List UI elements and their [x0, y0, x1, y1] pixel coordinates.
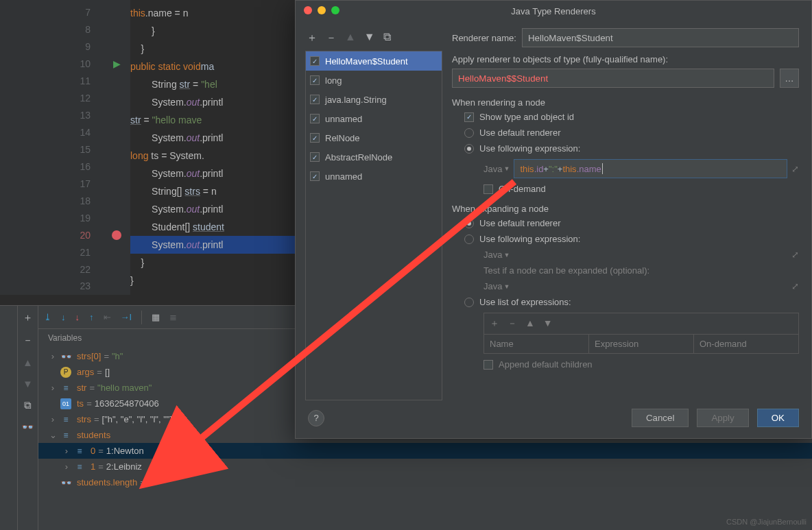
var-value: 1636254870406	[95, 398, 159, 409]
step-into-icon[interactable]: ↓	[61, 312, 66, 322]
expander-icon[interactable]: ›	[48, 383, 58, 393]
use-list-radio[interactable]	[464, 298, 474, 307]
expand-default-label: Use default renderer	[479, 218, 561, 228]
renderer-list-item[interactable]: HelloMaven$Student	[306, 51, 442, 71]
var-value: "h"	[112, 351, 123, 361]
renderer-label: RelNode	[325, 133, 360, 143]
on-demand-checkbox[interactable]	[483, 184, 493, 194]
renderer-checkbox[interactable]	[310, 56, 320, 66]
renderer-list-item[interactable]: unnamed	[306, 109, 442, 128]
window-min-icon[interactable]	[318, 6, 326, 14]
append-children-label: Append default children	[499, 359, 593, 370]
expander-icon[interactable]: ›	[48, 351, 58, 361]
renderer-label: java.lang.String	[325, 95, 387, 105]
renderer-checkbox[interactable]	[310, 133, 320, 143]
var-value: 2:Leibniz	[106, 461, 142, 472]
force-step-icon[interactable]: ↓	[75, 312, 80, 322]
renderer-name-input[interactable]	[522, 28, 799, 47]
expander-icon[interactable]: ›	[48, 414, 58, 424]
step-over-icon[interactable]: ⤓	[44, 312, 51, 322]
renderer-label: long	[325, 75, 342, 86]
cancel-button[interactable]: Cancel	[632, 409, 689, 427]
window-max-icon[interactable]	[331, 6, 339, 14]
renderer-checkbox[interactable]	[310, 75, 320, 85]
var-kind-icon: ≡	[60, 414, 71, 425]
var-name: 0	[91, 446, 95, 456]
renderer-checkbox[interactable]	[310, 171, 320, 181]
var-name: str	[77, 383, 86, 393]
var-value: ["h", "e", "l", "l", ""]	[102, 414, 173, 424]
evaluate-icon[interactable]: ▦	[152, 312, 160, 322]
variable-row[interactable]: ›≡1 = 2:Leibniz	[38, 459, 812, 474]
add-watch-icon[interactable]: ＋	[23, 311, 33, 324]
variable-row[interactable]: 👓students.length = 2	[38, 474, 812, 490]
glasses-icon[interactable]: 👓	[21, 421, 34, 433]
rendering-section-title: When rendering a node	[452, 97, 799, 108]
browse-class-button[interactable]: …	[780, 69, 799, 88]
var-value: "hello maven"	[97, 383, 152, 393]
renderers-list[interactable]: HelloMaven$Studentlongjava.lang.Stringun…	[305, 51, 442, 400]
run-to-cursor-icon[interactable]: →I	[121, 312, 132, 322]
copy-icon[interactable]: ⧉	[24, 399, 32, 411]
var-name: 1	[91, 461, 95, 472]
renderer-list-item[interactable]: long	[306, 71, 442, 90]
expand-default-radio[interactable]	[464, 219, 474, 228]
th-name: Name	[484, 335, 589, 353]
lang-selector-3: Java▼	[483, 281, 510, 291]
move-down-icon[interactable]: ▼	[364, 31, 375, 45]
renderer-checkbox[interactable]	[310, 152, 320, 162]
expander-icon[interactable]: ⌄	[48, 430, 58, 440]
renderer-label: unnamed	[325, 171, 362, 182]
renderer-list-item[interactable]: unnamed	[306, 167, 442, 186]
ok-button[interactable]: OK	[757, 409, 799, 427]
up-icon[interactable]: ▲	[23, 357, 33, 368]
var-kind-icon: P	[60, 367, 71, 378]
use-default-radio[interactable]	[464, 128, 474, 138]
duplicate-icon[interactable]: ⧉	[383, 31, 391, 45]
lang-selector[interactable]: Java▼	[483, 164, 510, 174]
var-name: strs[0]	[77, 351, 101, 361]
renderer-checkbox[interactable]	[310, 95, 320, 104]
renderer-list-item[interactable]: java.lang.String	[306, 90, 442, 109]
var-kind-icon: ≡	[74, 446, 85, 457]
expand-editor-icon[interactable]: ⤢	[791, 164, 799, 174]
use-expression-label: Use following expression:	[479, 143, 580, 154]
use-default-label: Use default renderer	[479, 128, 561, 138]
watermark: CSDN @JiajunBernoulli	[726, 518, 807, 526]
et-up-icon: ▲	[525, 317, 535, 330]
expression-table: ＋ － ▲ ▼ Name Expression On-demand	[483, 313, 799, 354]
expander-icon[interactable]: ›	[62, 446, 71, 456]
renderer-list-item[interactable]: AbstractRelNode	[306, 147, 442, 167]
et-add-icon: ＋	[490, 317, 499, 330]
remove-icon[interactable]: －	[326, 31, 337, 45]
renderer-list-item[interactable]: RelNode	[306, 128, 442, 147]
step-out-icon[interactable]: ↑	[89, 312, 94, 322]
move-up-icon[interactable]: ▲	[345, 31, 356, 45]
window-close-icon[interactable]	[304, 6, 312, 14]
append-children-checkbox	[483, 360, 493, 370]
var-kind-icon: ≡	[60, 383, 71, 394]
drop-frame-icon[interactable]: ⇤	[104, 312, 111, 322]
renderer-checkbox[interactable]	[310, 114, 320, 123]
apply-button[interactable]: Apply	[697, 409, 748, 427]
expand-expression-radio[interactable]	[464, 234, 474, 244]
var-kind-icon: ≡	[60, 430, 71, 441]
apply-type-input[interactable]	[452, 69, 774, 88]
var-kind-icon: 👓	[60, 351, 71, 362]
show-type-checkbox[interactable]	[464, 112, 474, 122]
var-name: ts	[77, 398, 84, 409]
expander-icon[interactable]: ›	[62, 461, 71, 472]
lang-selector-2: Java▼	[483, 250, 510, 260]
renderer-label: unnamed	[325, 114, 362, 124]
remove-watch-icon[interactable]: －	[23, 334, 33, 347]
down-icon[interactable]: ▼	[23, 378, 33, 389]
variable-row[interactable]: ›≡0 = 1:Newton	[38, 443, 812, 459]
expression-input[interactable]: this.id + ":" +this.name	[514, 159, 787, 178]
et-remove-icon: －	[508, 317, 517, 330]
trace-icon[interactable]: ≣	[169, 312, 177, 322]
help-button[interactable]: ?	[308, 410, 324, 426]
use-list-label: Use list of expressions:	[479, 297, 571, 307]
var-name: students	[77, 430, 110, 440]
add-icon[interactable]: ＋	[307, 31, 318, 45]
use-expression-radio[interactable]	[464, 144, 474, 154]
